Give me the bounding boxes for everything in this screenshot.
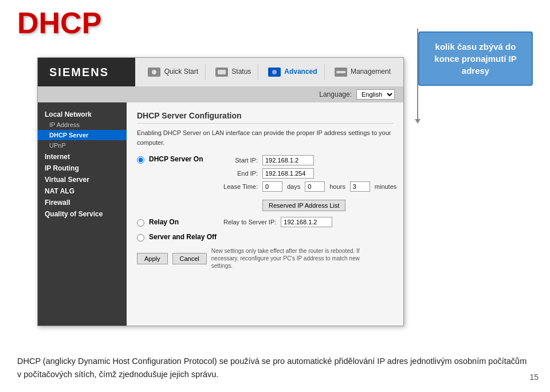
sidebar-section-firewall: Firewall [38, 196, 127, 208]
end-ip-row: End IP: [218, 168, 396, 179]
sidebar-item-ip-address[interactable]: IP Address [38, 120, 127, 130]
router-sidebar: Local Network IP Address DHCP Server UPn… [38, 102, 127, 326]
svg-rect-3 [218, 70, 226, 74]
start-ip-label: Start IP: [218, 157, 258, 164]
sidebar-item-upnp[interactable]: UPnP [38, 140, 127, 151]
days-label: days [287, 183, 300, 190]
minutes-label: minutes [375, 183, 397, 190]
dhcp-server-on-radio[interactable] [137, 156, 144, 164]
sidebar-section-local-network: Local Network [38, 108, 127, 120]
language-select[interactable]: English [356, 89, 395, 100]
bottom-explanation-text: DHCP (anglicky Dynamic Host Configuratio… [17, 355, 533, 381]
siemens-logo: SIEMENS [49, 66, 109, 79]
router-screenshot: SIEMENS Quick Start Statu [37, 57, 404, 326]
advanced-icon [268, 68, 284, 76]
relay-on-label: Relay On [149, 218, 212, 226]
router-header: SIEMENS Quick Start Statu [38, 58, 403, 86]
lease-days-input[interactable] [262, 181, 282, 192]
dhcp-server-on-label: DHCP Server On [149, 155, 212, 163]
page-number: 15 [529, 373, 539, 382]
main-section-title: DHCP Server Configuration [137, 111, 393, 124]
language-label: Language: [319, 90, 352, 98]
apply-button[interactable]: Apply [137, 253, 168, 264]
dhcp-settings-grid: Start IP: End IP: Lease Time: days hours [218, 155, 396, 211]
nav-advanced[interactable]: Advanced [261, 64, 324, 80]
sidebar-item-dhcp-server[interactable]: DHCP Server [38, 130, 127, 140]
svg-point-1 [152, 70, 156, 74]
start-ip-input[interactable] [262, 155, 314, 165]
relay-on-radio[interactable] [137, 219, 144, 227]
tooltip-box: kolik času zbývá do konce pronajmutí IP … [418, 31, 533, 86]
lease-time-row: Lease Time: days hours minutes [218, 181, 396, 192]
relay-server-ip-input[interactable] [281, 217, 332, 227]
nav-management[interactable]: Management [328, 64, 398, 80]
hours-label: hours [329, 183, 345, 190]
router-nav: Quick Start Status Advan [135, 58, 403, 86]
page-title: DHCP [17, 6, 101, 40]
end-ip-label: End IP: [218, 170, 258, 177]
router-main-content: DHCP Server Configuration Enabling DHCP … [127, 102, 403, 326]
nav-status[interactable]: Status [209, 64, 258, 80]
sidebar-section-ip-routing: IP Routing [38, 162, 127, 173]
main-description: Enabling DHCP Server on LAN interface ca… [137, 128, 393, 147]
lease-hours-input[interactable] [305, 181, 325, 192]
router-body: Local Network IP Address DHCP Server UPn… [38, 102, 403, 326]
end-ip-input[interactable] [262, 168, 314, 179]
reserved-ip-list-button[interactable]: Reserved IP Address List [262, 200, 345, 211]
quick-start-icon [148, 68, 164, 76]
start-ip-row: Start IP: [218, 155, 396, 165]
relay-server-label: Relay to Server IP: [223, 219, 276, 225]
svg-point-5 [272, 70, 277, 74]
lease-minutes-input[interactable] [350, 181, 370, 192]
sidebar-section-internet: Internet [38, 151, 127, 162]
dhcp-server-on-row: DHCP Server On Start IP: End IP: Lease T… [137, 155, 393, 211]
status-icon [215, 68, 231, 76]
sidebar-section-qos: Quality of Service [38, 208, 127, 219]
relay-on-row: Relay On Relay to Server IP: [137, 217, 393, 227]
cancel-button[interactable]: Cancel [172, 253, 207, 264]
nav-quick-start[interactable]: Quick Start [141, 64, 206, 80]
action-row: Apply Cancel New settings only take effe… [137, 247, 393, 270]
lease-time-label: Lease Time: [218, 183, 258, 190]
management-icon [335, 68, 351, 76]
language-bar: Language: English [38, 86, 403, 102]
server-relay-off-label: Server and Relay Off [149, 233, 217, 241]
svg-rect-7 [336, 71, 345, 73]
sidebar-section-virtual-server: Virtual Server [38, 173, 127, 185]
server-relay-off-row: Server and Relay Off [137, 233, 393, 241]
sidebar-section-nat-alg: NAT ALG [38, 185, 127, 196]
server-relay-off-radio[interactable] [137, 234, 144, 241]
apply-note: New settings only take effect after the … [211, 247, 372, 270]
